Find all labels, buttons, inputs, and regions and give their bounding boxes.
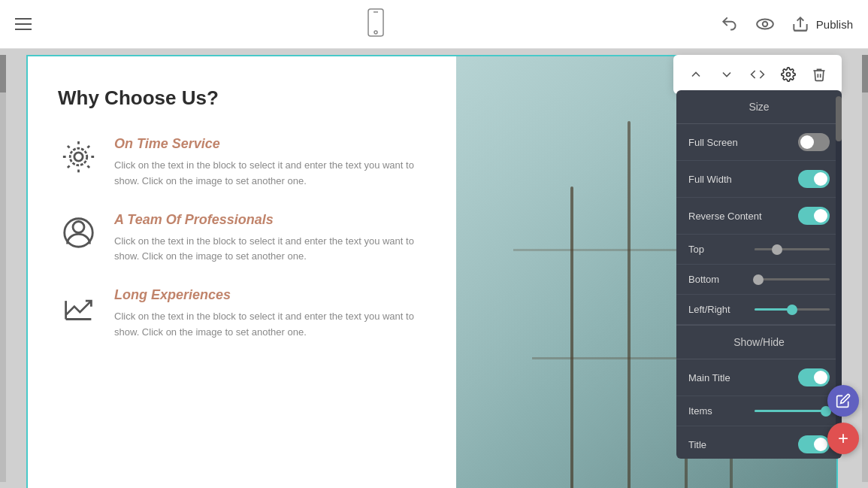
bottom-slider[interactable]	[755, 278, 830, 280]
fab-add-button[interactable]: +	[827, 423, 859, 454]
bottom-slider-track	[755, 278, 830, 280]
left-scrollbar[interactable]	[0, 55, 6, 482]
main-title-label: Main Title	[688, 372, 730, 383]
left-right-slider[interactable]	[755, 308, 830, 311]
reverse-content-toggle[interactable]	[798, 207, 830, 225]
section-title: Why Choose Us?	[58, 86, 426, 110]
feature-desc-2: Click on the text in the block to select…	[114, 234, 426, 265]
toolbar	[673, 55, 842, 94]
left-right-row: Left/Right	[676, 295, 842, 325]
left-right-slider-track	[755, 308, 830, 311]
reverse-content-toggle-knob	[814, 209, 827, 223]
items-slider-fill	[755, 410, 826, 412]
bottom-label: Bottom	[688, 274, 719, 285]
title-toggle[interactable]	[798, 435, 830, 453]
feature-desc-3: Click on the text in the block to select…	[114, 309, 426, 341]
preview-icon[interactable]	[755, 14, 776, 34]
move-down-button[interactable]	[713, 61, 740, 88]
items-label: Items	[688, 405, 712, 417]
feature-content-2: A Team Of Professionals Click on the tex…	[114, 212, 426, 265]
reverse-content-row: Reverse Content	[676, 198, 842, 235]
full-width-label: Full Width	[688, 174, 732, 185]
panel-scrollbar-thumb[interactable]	[836, 96, 842, 141]
header-right: Publish	[720, 14, 853, 34]
full-width-toggle[interactable]	[798, 170, 830, 188]
full-screen-toggle-knob	[800, 135, 814, 149]
main-title-row: Main Title	[676, 359, 842, 396]
feature-content-3: Long Experiences Click on the text in th…	[114, 287, 426, 341]
svg-point-5	[74, 153, 83, 161]
canvas-area: Why Choose Us? On Time Service Click on …	[0, 49, 868, 488]
top-slider[interactable]	[755, 248, 830, 250]
svg-point-6	[70, 148, 87, 165]
feature-item-3: Long Experiences Click on the text in th…	[58, 287, 426, 341]
feature-desc-1: Click on the text in the block to select…	[114, 158, 426, 189]
chart-icon	[58, 287, 99, 329]
items-row: Items	[676, 396, 842, 426]
main-title-toggle-knob	[814, 371, 827, 384]
svg-rect-0	[368, 9, 383, 36]
hamburger-icon[interactable]	[15, 18, 32, 30]
delete-button[interactable]	[806, 61, 833, 88]
top-label: Top	[688, 244, 704, 255]
undo-icon[interactable]	[720, 14, 739, 34]
code-button[interactable]	[744, 61, 771, 88]
move-up-button[interactable]	[682, 61, 709, 88]
feature-item-1: On Time Service Click on the text in the…	[58, 136, 426, 189]
settings-scroll[interactable]: Size Full Screen Full Width Reverse Cont…	[676, 90, 842, 459]
right-scrollbar-thumb[interactable]	[862, 55, 868, 92]
svg-point-4	[763, 22, 768, 27]
publish-label: Publish	[816, 18, 853, 31]
top-row: Top	[676, 235, 842, 265]
items-slider[interactable]	[755, 410, 830, 412]
left-right-slider-thumb[interactable]	[787, 305, 797, 315]
title-toggle-knob	[814, 438, 827, 451]
feature-content-1: On Time Service Click on the text in the…	[114, 136, 426, 189]
feature-title-2: A Team Of Professionals	[114, 212, 426, 228]
items-slider-track	[755, 410, 830, 412]
fab-edit-button[interactable]	[827, 385, 859, 417]
feature-title-3: Long Experiences	[114, 287, 426, 303]
left-scrollbar-thumb[interactable]	[0, 55, 6, 92]
right-scrollbar[interactable]	[862, 55, 868, 482]
top-slider-track	[755, 248, 830, 250]
title-label: Title	[688, 439, 706, 450]
full-width-toggle-knob	[814, 172, 827, 186]
svg-point-11	[787, 73, 791, 77]
header-bar: Publish	[0, 0, 868, 49]
main-title-toggle[interactable]	[798, 368, 830, 386]
top-slider-thumb[interactable]	[772, 244, 782, 255]
person-icon	[58, 212, 99, 253]
svg-point-7	[73, 221, 84, 232]
publish-button[interactable]: Publish	[791, 14, 853, 34]
full-screen-row: Full Screen	[676, 124, 842, 161]
show-hide-section-title: Show/Hide	[676, 325, 842, 359]
full-width-row: Full Width	[676, 161, 842, 198]
settings-button[interactable]	[775, 61, 802, 88]
size-section-title: Size	[676, 90, 842, 124]
header-center	[364, 8, 387, 41]
phone-icon[interactable]	[364, 8, 387, 41]
left-right-label: Left/Right	[688, 304, 730, 315]
feature-item-2: A Team Of Professionals Click on the tex…	[58, 212, 426, 265]
full-screen-label: Full Screen	[688, 137, 738, 148]
feature-title-1: On Time Service	[114, 136, 426, 152]
svg-point-2	[374, 31, 377, 34]
left-panel: Why Choose Us? On Time Service Click on …	[28, 56, 456, 488]
bottom-slider-thumb[interactable]	[753, 274, 764, 285]
svg-point-3	[757, 20, 773, 29]
full-screen-toggle[interactable]	[798, 133, 830, 151]
title-row: Title	[676, 426, 842, 459]
reverse-content-label: Reverse Content	[688, 211, 762, 222]
settings-panel: Size Full Screen Full Width Reverse Cont…	[676, 90, 842, 459]
bottom-row: Bottom	[676, 265, 842, 295]
gear-icon	[58, 136, 99, 177]
header-left	[15, 18, 32, 30]
